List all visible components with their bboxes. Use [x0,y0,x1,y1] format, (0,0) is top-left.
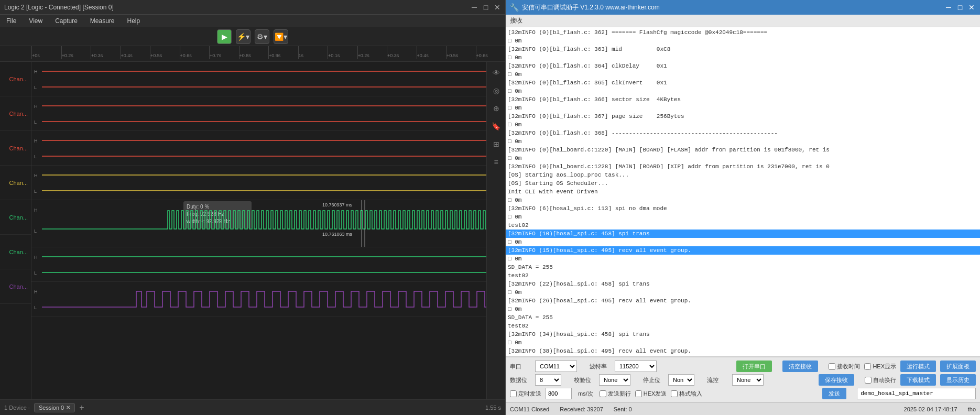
list-item[interactable]: □ 0m [506,288,980,297]
list-item[interactable]: [32mINFO (6)[hosal_spi.c: 113] spi no dm… [506,204,980,213]
list-icon[interactable]: ≡ [489,155,503,169]
flowctrl-select[interactable]: None [732,374,764,386]
trigger-button[interactable]: ⚡▾ [236,29,251,44]
list-item[interactable]: □ 0m [506,213,980,221]
list-item[interactable]: [32mINFO (34)[hosal_spi.c: 458] spi tran… [506,330,980,338]
menu-help[interactable]: Help [125,16,143,26]
list-item[interactable]: □ 0m [506,37,980,45]
list-item[interactable]: □ 0m [506,121,980,129]
session-tab[interactable]: Session 0 ✕ [34,403,75,412]
menu-measure[interactable]: Measure [88,16,117,26]
receive-content[interactable]: □ 0m[32mINFO (0)[bl_flash.c: 362] ======… [506,27,980,357]
send-input[interactable] [857,388,976,399]
format-input-check[interactable] [671,390,678,397]
save-button[interactable]: 保存接收 [819,374,854,386]
grid-icon[interactable]: ⊞ [489,137,503,151]
log-text: test02 [508,322,529,330]
receive-time-checkbox[interactable]: 接收时间 [829,363,860,370]
list-item[interactable]: [32mINFO (22)[hosal_spi.c: 458] spi tran… [506,280,980,288]
list-item[interactable]: SD_DATA = 255 [506,263,980,271]
show-history-button[interactable]: 显示历史 [940,374,976,386]
svg-text:Freq: 92.928 Hz: Freq: 92.928 Hz [187,211,224,217]
plus-icon[interactable]: ⊕ [489,102,503,115]
list-item[interactable]: [32mINFO (10)[hosal_spi.c: 458] spi tran… [506,230,980,238]
send-newline-check[interactable] [600,390,606,397]
stopbits-select[interactable]: None [668,374,694,386]
list-item[interactable]: □ 0m [506,338,980,347]
circle-icon[interactable]: ◎ [489,84,503,97]
run-mode-button[interactable]: 运行模式 [900,361,936,372]
menu-file[interactable]: File [4,16,18,26]
list-item[interactable]: [32mINFO (15)[hosal_spi.c: 495] recv all… [506,246,980,255]
list-item[interactable]: □ 0m [506,196,980,204]
list-item[interactable]: □ 0m [506,104,980,112]
list-item[interactable]: SD_DATA = 255 [506,313,980,322]
list-item[interactable]: □ 0m [506,154,980,162]
list-item[interactable]: [32mINFO (26)[hosal_spi.c: 495] recv all… [506,297,980,305]
menu-view[interactable]: View [27,16,45,26]
list-item[interactable]: □ 0m [506,137,980,146]
list-item[interactable]: □ 0m [506,87,980,95]
databits-select[interactable]: 8 [535,374,561,386]
port-select[interactable]: COM11 [535,361,577,372]
serial-close-button[interactable]: ✕ [967,3,976,12]
hex-display-checkbox[interactable]: HEX显示 [864,363,896,370]
baud-select[interactable]: 115200 [615,361,657,372]
hex-display-check[interactable] [864,363,871,370]
open-port-button[interactable]: 打开串口 [736,361,772,372]
list-item[interactable]: [32mINFO (0)[bl_flash.c: 368] ----------… [506,129,980,137]
list-item[interactable]: □ 0m [506,53,980,62]
timer-interval-input[interactable]: 800 [546,388,572,399]
list-item[interactable]: □ 0m [506,305,980,313]
minimize-button[interactable]: ─ [471,4,478,11]
serial-maximize-button[interactable]: □ [956,3,964,12]
list-item[interactable]: test02 [506,221,980,230]
add-session-button[interactable]: + [79,403,84,412]
receive-time-label: 接收时间 [837,363,860,370]
serial-title-text: 安信可串口调试助手 V1.2.3.0 www.ai-thinker.com [522,3,944,12]
play-button[interactable]: ▶ [217,29,232,44]
send-newline-checkbox[interactable]: 发送新行 [600,390,631,398]
list-item[interactable]: test02 [506,322,980,330]
list-item[interactable]: test02 [506,271,980,280]
list-item[interactable]: [OS] Starting OS Scheduler... [506,179,980,188]
list-item[interactable]: [32mINFO (0)[bl_flash.c: 366] sector siz… [506,95,980,104]
list-item[interactable]: [OS] Starting aos_loop_proc task... [506,171,980,179]
serial-minimize-button[interactable]: ─ [944,3,953,12]
checkbits-select[interactable]: None [599,374,630,386]
list-item[interactable]: □ 0m [506,70,980,79]
download-mode-button[interactable]: 下载模式 [900,374,936,386]
timer-send-check[interactable] [510,390,517,397]
receive-time-check[interactable] [829,363,835,370]
ch4-waveform: H L [31,166,486,200]
send-button[interactable]: 发送 [822,388,846,399]
bookmark-icon[interactable]: 🔖 [489,119,503,133]
list-item[interactable]: □ 0m [506,238,980,246]
list-item[interactable]: □ 0m [506,255,980,263]
maximize-button[interactable]: □ [482,4,489,11]
session-close-icon[interactable]: ✕ [66,405,70,410]
list-item[interactable]: [32mINFO (0)[hal_board.c:1228] [MAIN] [B… [506,162,980,171]
hex-send-check[interactable] [635,390,642,397]
filter-button[interactable]: 🔽▾ [274,29,288,44]
auto-newline-check[interactable] [865,377,872,384]
close-button[interactable]: ✕ [494,4,501,11]
log-text: □ 0m [508,255,521,263]
expand-button[interactable]: 扩展面板 [940,361,976,372]
format-input-checkbox[interactable]: 格式输入 [671,390,702,398]
eye-icon[interactable]: 👁 [489,66,503,80]
clear-button[interactable]: 清空接收 [782,361,818,372]
list-item[interactable]: [32mINFO (0)[bl_flash.c: 363] mid 0xC8 [506,45,980,53]
list-item[interactable]: [32mINFO (0)[bl_flash.c: 364] clkDelay 0… [506,62,980,70]
list-item[interactable]: [32mINFO (0)[bl_flash.c: 367] page size … [506,112,980,121]
list-item[interactable]: [32mINFO (38)[hosal_spi.c: 495] recv all… [506,347,980,355]
list-item[interactable]: [32mINFO (0)[bl_flash.c: 365] clkInvert … [506,79,980,87]
list-item[interactable]: Init CLI with event Driven [506,188,980,196]
list-item[interactable]: [32mINFO (0)[hal_board.c:1220] [MAIN] [B… [506,146,980,154]
sample-button[interactable]: ⚙▾ [255,29,269,44]
menu-capture[interactable]: Capture [53,16,80,26]
hex-send-checkbox[interactable]: HEX发送 [635,390,667,398]
list-item[interactable]: [32mINFO (0)[bl_flash.c: 362] ======= Fl… [506,28,980,37]
timer-send-checkbox[interactable]: 定时发送 [510,390,541,398]
auto-newline-checkbox[interactable]: 自动换行 [865,376,896,384]
